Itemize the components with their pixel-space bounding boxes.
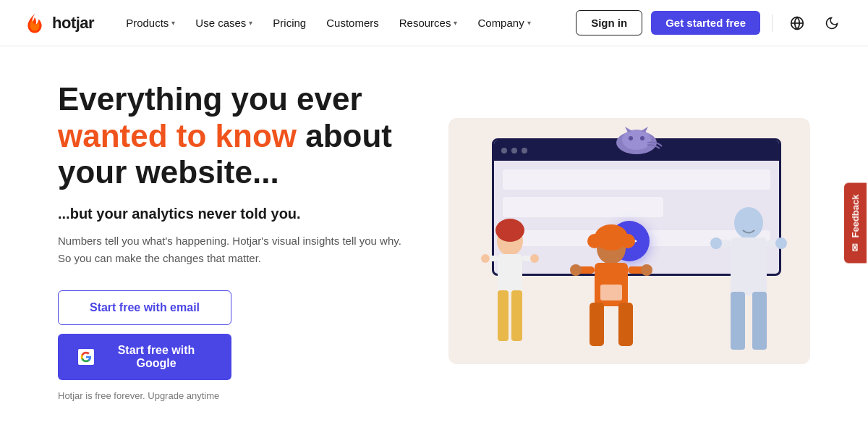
illustration-person2: [564, 219, 658, 364]
get-started-button[interactable]: Get started free: [651, 11, 760, 35]
svg-rect-21: [618, 303, 633, 346]
svg-rect-9: [498, 290, 509, 341]
signin-button[interactable]: Sign in: [576, 10, 642, 35]
svg-point-3: [622, 130, 651, 150]
nav-item-company[interactable]: Company ▾: [469, 11, 539, 35]
svg-rect-8: [498, 254, 522, 294]
google-cta-button[interactable]: Start free with Google: [58, 334, 231, 380]
nav-item-customers[interactable]: Customers: [318, 11, 388, 35]
svg-rect-26: [600, 285, 622, 300]
svg-point-18: [621, 234, 635, 248]
nav-links: Products ▾ Use cases ▾ Pricing Customers…: [117, 11, 576, 35]
svg-point-7: [495, 219, 524, 242]
svg-point-33: [710, 237, 722, 249]
logo-text: hotjar: [52, 14, 94, 33]
illustration-cat: [608, 121, 665, 157]
free-note: Hotjar is free forever. Upgrade anytime: [58, 390, 405, 401]
svg-rect-30: [752, 292, 767, 350]
svg-point-17: [587, 234, 602, 248]
svg-rect-29: [731, 292, 745, 350]
chevron-down-icon: ▾: [454, 19, 457, 27]
nav-item-usecases[interactable]: Use cases ▾: [187, 11, 261, 35]
nav-item-pricing[interactable]: Pricing: [264, 11, 315, 35]
chevron-down-icon: ▾: [527, 19, 531, 27]
hero-title: Everything you ever wanted to know about…: [58, 81, 405, 191]
cta-buttons: Start free with email Start free with Go…: [58, 290, 405, 380]
nav-divider: [772, 14, 773, 32]
svg-rect-20: [590, 303, 604, 346]
logo[interactable]: hotjar: [23, 12, 94, 35]
navbar: hotjar Products ▾ Use cases ▾ Pricing Cu…: [0, 0, 868, 46]
nav-item-resources[interactable]: Resources ▾: [391, 11, 467, 35]
nav-item-products[interactable]: Products ▾: [117, 11, 184, 35]
svg-point-13: [481, 254, 490, 263]
svg-point-24: [570, 264, 582, 276]
hero-title-highlight: wanted to know: [58, 118, 297, 153]
svg-point-5: [640, 136, 644, 140]
logo-icon: [23, 12, 46, 35]
language-icon[interactable]: [784, 10, 810, 36]
hero-section: Everything you ever wanted to know about…: [0, 46, 868, 430]
svg-point-25: [641, 264, 652, 276]
hero-left: Everything you ever wanted to know about…: [58, 81, 405, 401]
dark-mode-icon[interactable]: [819, 10, 845, 36]
illustration-person3: [709, 190, 788, 364]
nav-actions: Sign in Get started free: [576, 10, 845, 36]
chevron-down-icon: ▾: [171, 19, 175, 27]
feedback-tab[interactable]: ✉ Feedback: [844, 183, 867, 264]
svg-point-4: [629, 136, 633, 140]
chevron-down-icon: ▾: [249, 19, 252, 27]
email-cta-button[interactable]: Start free with email: [58, 290, 231, 325]
hero-right: [448, 118, 810, 364]
illustration-person1: [477, 205, 542, 364]
google-icon: [78, 349, 94, 365]
svg-rect-10: [511, 290, 522, 341]
svg-point-27: [734, 207, 763, 239]
svg-rect-28: [731, 237, 767, 295]
hero-illustration: [448, 118, 810, 364]
hero-subtitle: ...but your analytics never told you.: [58, 206, 405, 222]
hero-body: Numbers tell you what's happening. Hotja…: [58, 232, 405, 267]
svg-point-14: [530, 254, 539, 263]
svg-point-34: [775, 237, 787, 249]
feedback-mail-icon: ✉: [850, 243, 861, 251]
